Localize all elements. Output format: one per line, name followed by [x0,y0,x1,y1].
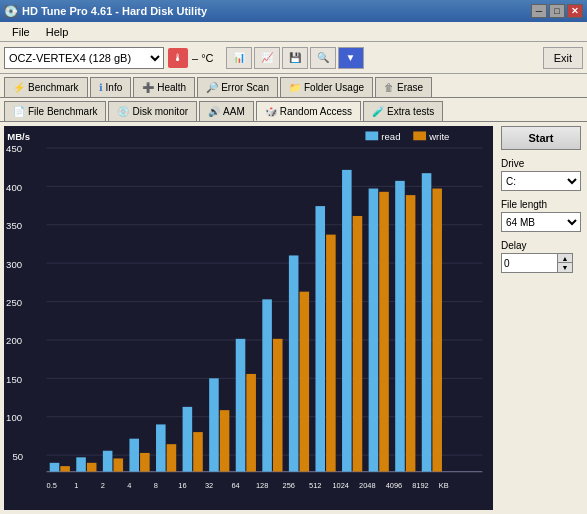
toolbar: OCZ-VERTEX4 (128 gB) 🌡 – °C 📊 📈 💾 🔍 ▼ Ex… [0,42,587,74]
title-bar-text: HD Tune Pro 4.61 - Hard Disk Utility [22,5,531,17]
filelength-select[interactable]: 64 MB [501,212,581,232]
svg-rect-36 [193,432,203,471]
delay-input[interactable] [501,253,557,273]
maximize-button[interactable]: □ [549,4,565,18]
svg-text:64: 64 [231,481,239,490]
svg-text:1: 1 [74,481,78,490]
tab-filebenchmark[interactable]: 📄 File Benchmark [4,101,106,121]
exit-button[interactable]: Exit [543,47,583,69]
delay-up-button[interactable]: ▲ [558,254,572,263]
svg-text:write: write [428,131,449,142]
svg-rect-45 [315,206,325,472]
toolbar-btn-4[interactable]: 🔍 [310,47,336,69]
svg-rect-25 [50,463,60,472]
tab-diskmonitor[interactable]: 💿 Disk monitor [108,101,197,121]
svg-text:350: 350 [6,220,23,231]
filelength-label: File length [501,199,583,210]
drive-select[interactable]: OCZ-VERTEX4 (128 gB) [4,47,164,69]
erase-icon: 🗑 [384,82,394,93]
svg-rect-28 [87,463,97,472]
svg-text:300: 300 [6,258,23,269]
health-icon: ➕ [142,82,154,93]
svg-rect-29 [103,451,113,472]
svg-rect-54 [432,189,442,472]
drive-panel-select[interactable]: C: [501,171,581,191]
svg-rect-37 [209,378,219,471]
toolbar-btn-3[interactable]: 💾 [282,47,308,69]
tab-extratests[interactable]: 🧪 Extra tests [363,101,443,121]
title-bar-icon: 💽 [4,5,18,18]
tab-errorscan[interactable]: 🔎 Error Scan [197,77,278,97]
svg-rect-51 [395,181,405,472]
right-panel: Start Drive C: File length 64 MB Delay ▲… [497,122,587,514]
svg-rect-44 [300,292,310,472]
svg-text:50: 50 [13,450,24,461]
title-bar: 💽 HD Tune Pro 4.61 - Hard Disk Utility ─… [0,0,587,22]
svg-text:256: 256 [283,481,295,490]
tabs-row-2: 📄 File Benchmark 💿 Disk monitor 🔊 AAM 🎲 … [0,98,587,122]
tab-health[interactable]: ➕ Health [133,77,195,97]
menu-help[interactable]: Help [38,24,77,40]
drive-label: Drive [501,158,583,169]
svg-text:2: 2 [101,481,105,490]
delay-down-button[interactable]: ▼ [558,263,572,272]
minimize-button[interactable]: ─ [531,4,547,18]
extratests-icon: 🧪 [372,106,384,117]
delay-section: Delay ▲ ▼ [501,240,583,273]
svg-text:250: 250 [6,297,23,308]
tab-benchmark[interactable]: ⚡ Benchmark [4,77,88,97]
svg-text:MB/s: MB/s [7,131,30,142]
toolbar-btn-5[interactable]: ▼ [338,47,364,69]
tabs-row-1: ⚡ Benchmark ℹ Info ➕ Health 🔎 Error Scan… [0,74,587,98]
svg-rect-43 [289,255,299,471]
svg-rect-48 [353,216,363,472]
svg-rect-26 [60,466,70,471]
chart-svg: 450 400 350 300 250 200 150 100 50 MB/s … [4,126,493,510]
svg-text:8: 8 [154,481,158,490]
svg-text:128: 128 [256,481,268,490]
svg-rect-32 [140,453,150,472]
start-button[interactable]: Start [501,126,581,150]
close-button[interactable]: ✕ [567,4,583,18]
svg-text:8192: 8192 [412,481,429,490]
benchmark-icon: ⚡ [13,82,25,93]
tab-aam[interactable]: 🔊 AAM [199,101,254,121]
tab-folderusage[interactable]: 📁 Folder Usage [280,77,373,97]
randomaccess-icon: 🎲 [265,106,277,117]
toolbar-btn-1[interactable]: 📊 [226,47,252,69]
svg-text:100: 100 [6,412,23,423]
svg-rect-49 [369,189,379,472]
main-content: 450 400 350 300 250 200 150 100 50 MB/s … [0,122,587,514]
svg-text:400: 400 [6,182,23,193]
tab-info[interactable]: ℹ Info [90,77,132,97]
svg-text:4: 4 [127,481,131,490]
svg-rect-22 [413,131,426,140]
svg-text:0.5: 0.5 [47,481,57,490]
svg-text:450: 450 [6,143,23,154]
svg-rect-41 [262,299,272,471]
svg-text:KB: KB [439,481,449,490]
filelength-section: File length 64 MB [501,199,583,232]
temperature-icon: 🌡 [168,48,188,68]
svg-rect-35 [183,407,193,472]
drive-section: Drive C: [501,158,583,191]
svg-rect-39 [236,339,246,472]
delay-label: Delay [501,240,583,251]
svg-text:4096: 4096 [386,481,403,490]
svg-text:2048: 2048 [359,481,376,490]
svg-rect-42 [273,339,283,472]
svg-text:32: 32 [205,481,213,490]
toolbar-btn-2[interactable]: 📈 [254,47,280,69]
svg-rect-53 [422,173,432,471]
menu-file[interactable]: File [4,24,38,40]
temp-display: – °C [192,52,214,64]
tab-randomaccess[interactable]: 🎲 Random Access [256,101,361,121]
svg-rect-38 [220,410,230,471]
svg-rect-31 [129,439,139,472]
svg-rect-40 [246,374,256,472]
diskmonitor-icon: 💿 [117,106,129,117]
title-bar-buttons: ─ □ ✕ [531,4,583,18]
svg-rect-30 [113,458,123,471]
svg-rect-50 [379,192,389,472]
tab-erase[interactable]: 🗑 Erase [375,77,432,97]
